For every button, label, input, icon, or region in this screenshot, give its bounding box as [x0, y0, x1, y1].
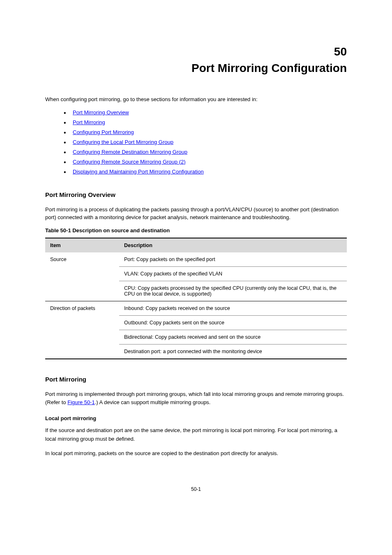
- source-destination-table: Item Description Source Port: Copy packe…: [45, 238, 347, 359]
- subsection-local-title: Local port mirroring: [45, 415, 347, 421]
- table-cell: Outbound: Copy packets sent on the sourc…: [119, 315, 347, 330]
- link-overview[interactable]: Port Mirroring Overview: [73, 109, 129, 116]
- para-local-2: In local port mirroring, packets on the …: [45, 449, 347, 458]
- table-group-source: Source: [45, 252, 119, 301]
- chapter-number: 50: [45, 45, 347, 58]
- list-item: Configuring Remote Destination Mirroring…: [64, 149, 347, 155]
- table-header-item: Item: [45, 238, 119, 252]
- list-item: Port Mirroring Overview: [64, 109, 347, 116]
- list-item: Port Mirroring: [64, 119, 347, 125]
- table-cell: Port: Copy packets on the specified port: [119, 252, 347, 267]
- link-remote-source[interactable]: Configuring Remote Source Mirroring Grou…: [73, 159, 186, 165]
- section-port-mirroring-title: Port Mirroring: [45, 376, 347, 383]
- section-overview-title: Port Mirroring Overview: [45, 191, 347, 198]
- list-item: Configuring Remote Source Mirroring Grou…: [64, 159, 347, 165]
- chapter-title: Port Mirroring Configuration: [45, 62, 347, 75]
- intro-text: When configuring port mirroring, go to t…: [45, 95, 347, 104]
- list-item: Displaying and Maintaining Port Mirrorin…: [64, 169, 347, 175]
- page-number: 50-1: [45, 486, 347, 492]
- toc-list: Port Mirroring Overview Port Mirroring C…: [64, 109, 347, 175]
- table-caption: Table 50-1 Description on source and des…: [45, 227, 347, 234]
- link-figure-50-1[interactable]: Figure 50-1: [67, 399, 95, 405]
- list-item: Configuring the Local Port Mirroring Gro…: [64, 139, 347, 145]
- list-item: Configuring Port Mirroring: [64, 129, 347, 135]
- link-local-group[interactable]: Configuring the Local Port Mirroring Gro…: [73, 139, 173, 145]
- para-text-suffix: .) A device can support multiple mirrori…: [95, 399, 211, 405]
- table-cell: Bidirectional: Copy packets received and…: [119, 330, 347, 344]
- para-local-1: If the source and destination port are o…: [45, 426, 347, 444]
- link-remote-dest[interactable]: Configuring Remote Destination Mirroring…: [73, 149, 187, 155]
- table-group-direction: Direction of packets: [45, 301, 119, 359]
- table-header-description: Description: [119, 238, 347, 252]
- table-cell: Inbound: Copy packets received on the so…: [119, 301, 347, 315]
- table-cell: Destination port: a port connected with …: [119, 344, 347, 359]
- table-cell: CPU: Copy packets processed by the speci…: [119, 281, 347, 301]
- link-configuring[interactable]: Configuring Port Mirroring: [73, 129, 134, 135]
- para-implementation: Port mirroring is implemented through po…: [45, 390, 347, 407]
- link-display-maintain[interactable]: Displaying and Maintaining Port Mirrorin…: [73, 169, 204, 175]
- table-cell: VLAN: Copy packets of the specified VLAN: [119, 266, 347, 281]
- section-overview-text: Port mirroring is a process of duplicati…: [45, 206, 347, 222]
- link-port-mirroring[interactable]: Port Mirroring: [73, 119, 105, 125]
